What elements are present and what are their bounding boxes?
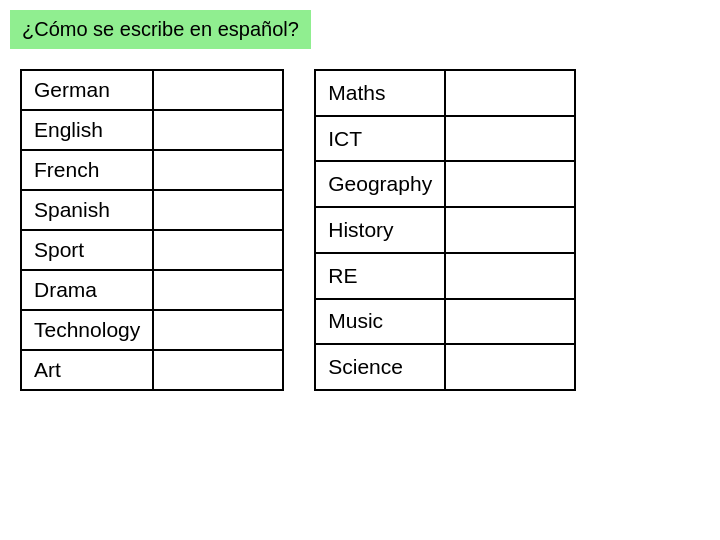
right-table-answer[interactable]	[445, 161, 575, 207]
table-row: Sport	[21, 230, 283, 270]
left-table-answer[interactable]	[153, 230, 283, 270]
left-table-label: Sport	[21, 230, 153, 270]
table-row: Drama	[21, 270, 283, 310]
right-table-answer[interactable]	[445, 116, 575, 162]
table-row: RE	[315, 253, 575, 299]
right-table-answer[interactable]	[445, 299, 575, 345]
left-table-answer[interactable]	[153, 150, 283, 190]
left-table-label: Drama	[21, 270, 153, 310]
table-row: German	[21, 70, 283, 110]
right-table-label: ICT	[315, 116, 445, 162]
right-table-label: Geography	[315, 161, 445, 207]
right-table-label: Music	[315, 299, 445, 345]
table-row: Art	[21, 350, 283, 390]
table-row: English	[21, 110, 283, 150]
right-table-label: Maths	[315, 70, 445, 116]
left-table-answer[interactable]	[153, 310, 283, 350]
right-table-answer[interactable]	[445, 344, 575, 390]
left-table-answer[interactable]	[153, 70, 283, 110]
table-row: Music	[315, 299, 575, 345]
left-table-answer[interactable]	[153, 110, 283, 150]
left-table-label: French	[21, 150, 153, 190]
left-table-answer[interactable]	[153, 190, 283, 230]
right-table-label: RE	[315, 253, 445, 299]
right-table-answer[interactable]	[445, 253, 575, 299]
table-row: Science	[315, 344, 575, 390]
left-table-answer[interactable]	[153, 350, 283, 390]
table-row: Technology	[21, 310, 283, 350]
left-table-label: English	[21, 110, 153, 150]
left-table-label: Spanish	[21, 190, 153, 230]
right-table-answer[interactable]	[445, 207, 575, 253]
table-row: Geography	[315, 161, 575, 207]
right-table: MathsICTGeographyHistoryREMusicScience	[314, 69, 576, 391]
left-table-label: Art	[21, 350, 153, 390]
table-row: Spanish	[21, 190, 283, 230]
header-title: ¿Cómo se escribe en español?	[22, 18, 299, 40]
left-table-label: German	[21, 70, 153, 110]
left-table: GermanEnglishFrenchSpanishSportDramaTech…	[20, 69, 284, 391]
table-row: French	[21, 150, 283, 190]
table-row: ICT	[315, 116, 575, 162]
tables-container: GermanEnglishFrenchSpanishSportDramaTech…	[10, 69, 710, 391]
right-table-answer[interactable]	[445, 70, 575, 116]
table-row: History	[315, 207, 575, 253]
right-table-label: History	[315, 207, 445, 253]
header-banner: ¿Cómo se escribe en español?	[10, 10, 311, 49]
left-table-answer[interactable]	[153, 270, 283, 310]
table-row: Maths	[315, 70, 575, 116]
left-table-label: Technology	[21, 310, 153, 350]
right-table-label: Science	[315, 344, 445, 390]
